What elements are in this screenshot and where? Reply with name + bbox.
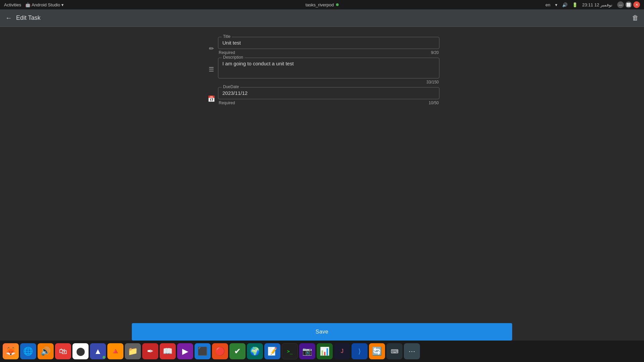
save-button[interactable]: Save: [132, 323, 512, 341]
android-studio-label[interactable]: 🤖 Android Studio ▾: [25, 2, 64, 7]
due-date-icon: 📅: [205, 87, 218, 103]
back-icon: ←: [5, 14, 12, 22]
description-label: Description: [222, 55, 245, 60]
docs-icon[interactable]: 📝: [264, 343, 280, 359]
taskbar-firefox[interactable]: 🦊: [3, 343, 19, 359]
taskbar-jetbrains[interactable]: J: [334, 343, 350, 359]
form-container: ✏ Title Required 9/20 ☰ Description: [205, 37, 439, 108]
wifi-icon: ▾: [555, 2, 557, 7]
taskbar-browser2[interactable]: 🌐: [20, 343, 36, 359]
sheets-icon[interactable]: 📊: [317, 343, 333, 359]
due-date-input[interactable]: [222, 90, 435, 96]
taskbar-audio[interactable]: 🔊: [38, 343, 54, 359]
maximize-button[interactable]: ⬜: [625, 1, 632, 8]
due-date-hint: Required 10/50: [218, 101, 439, 105]
taskbar-files[interactable]: 📁: [125, 343, 141, 359]
browser-icon[interactable]: 🌐: [20, 343, 36, 359]
taskbar-vscode[interactable]: ⟩: [352, 343, 368, 359]
page-title: Edit Task: [16, 14, 41, 21]
pencil-icon: ✏: [209, 45, 214, 52]
vlc-icon[interactable]: 🔺: [107, 343, 123, 359]
description-input[interactable]: I am going to conduct a unit test: [222, 61, 435, 74]
taskbar-web[interactable]: 🌍: [247, 343, 263, 359]
title-input[interactable]: [222, 40, 435, 46]
window-title: tasks_riverpod: [306, 2, 334, 7]
media-icon[interactable]: ▶: [177, 343, 193, 359]
active-indicator: [336, 3, 338, 6]
taskbar-sheets[interactable]: 📊: [317, 343, 333, 359]
apps-icon[interactable]: ⋯: [404, 343, 420, 359]
due-date-field-row: 📅 DueDate Required 10/50: [205, 87, 439, 105]
description-field-content: Description I am going to conduct a unit…: [218, 58, 439, 84]
chrome-icon[interactable]: ⬤: [72, 343, 89, 359]
taskbar-system[interactable]: ⌨: [386, 343, 402, 359]
system-bar: Activities 🤖 Android Studio ▾ tasks_rive…: [0, 0, 644, 9]
description-icon: ☰: [205, 58, 218, 73]
title-required: Required: [219, 50, 235, 55]
update-icon[interactable]: 🔄: [369, 343, 385, 359]
taskbar-tasks[interactable]: ✔: [229, 343, 246, 359]
taskbar-chrome[interactable]: ⬤: [72, 343, 89, 359]
taskbar-media[interactable]: ▶: [177, 343, 193, 359]
taskbar-vlc[interactable]: 🔺: [107, 343, 123, 359]
due-date-char-count: 10/50: [429, 101, 439, 105]
taskbar-update[interactable]: 🔄: [369, 343, 385, 359]
back-button[interactable]: ←: [5, 14, 12, 22]
taskbar-draw[interactable]: ✒: [142, 343, 158, 359]
taskbar: 🦊 🌐 🔊 🛍 ⬤ ▲ 🔺 📁 ✒ 📖 ▶ ⬛ 🔴 ✔ 🌍 📝: [0, 341, 644, 362]
title-icon: ✏: [205, 37, 218, 52]
draw-icon[interactable]: ✒: [142, 343, 158, 359]
time-display: 23:11 نوفمبر 12: [582, 2, 612, 7]
screen-icon[interactable]: ⬛: [195, 343, 211, 359]
description-hint: 33/150: [218, 80, 439, 84]
taskbar-screen[interactable]: ⬛: [195, 343, 211, 359]
taskbar-apps[interactable]: ⋯: [404, 343, 420, 359]
taskbar-capture[interactable]: 📷: [299, 343, 315, 359]
vscode-icon[interactable]: ⟩: [352, 343, 368, 359]
description-field-row: ☰ Description I am going to conduct a un…: [205, 58, 439, 84]
due-date-outlined-field: DueDate: [218, 87, 439, 99]
store-icon[interactable]: 🛍: [55, 343, 71, 359]
capture-icon[interactable]: 📷: [299, 343, 315, 359]
web-icon[interactable]: 🌍: [247, 343, 263, 359]
taskbar-docs[interactable]: 📝: [264, 343, 280, 359]
title-outlined-field: Title: [218, 37, 439, 49]
title-field-content: Title Required 9/20: [218, 37, 439, 55]
save-bar: Save: [132, 323, 512, 341]
title-field-row: ✏ Title Required 9/20: [205, 37, 439, 55]
taskbar-ubuntu[interactable]: 🔴: [212, 343, 228, 359]
description-outlined-field: Description I am going to conduct a unit…: [218, 58, 439, 78]
close-button[interactable]: ✕: [633, 1, 640, 8]
due-date-field-content: DueDate Required 10/50: [218, 87, 439, 105]
due-date-label: DueDate: [222, 84, 240, 89]
battery-icon: 🔋: [572, 2, 578, 7]
delete-button[interactable]: 🗑: [632, 14, 639, 22]
sound-icon: 🔊: [562, 2, 568, 7]
jetbrains-icon[interactable]: J: [334, 343, 350, 359]
menu-icon: ☰: [209, 66, 214, 73]
description-char-count: 33/150: [426, 80, 439, 84]
calendar-icon: 📅: [208, 95, 215, 103]
taskbar-android-studio[interactable]: ▲: [90, 343, 106, 359]
audio-icon[interactable]: 🔊: [38, 343, 54, 359]
tasks-icon[interactable]: ✔: [229, 343, 246, 359]
system-icon[interactable]: ⌨: [386, 343, 402, 359]
activities-label[interactable]: Activities: [4, 2, 21, 7]
due-date-required: Required: [219, 101, 235, 105]
taskbar-reader[interactable]: 📖: [160, 343, 176, 359]
delete-icon: 🗑: [632, 14, 639, 21]
title-label: Title: [222, 34, 232, 39]
taskbar-terminal[interactable]: >_: [282, 343, 298, 359]
reader-icon[interactable]: 📖: [160, 343, 176, 359]
files-icon[interactable]: 📁: [125, 343, 141, 359]
minimize-button[interactable]: —: [617, 1, 624, 8]
taskbar-store[interactable]: 🛍: [55, 343, 71, 359]
firefox-icon[interactable]: 🦊: [3, 343, 19, 359]
title-hint: Required 9/20: [218, 50, 439, 55]
ubuntu-icon[interactable]: 🔴: [212, 343, 228, 359]
title-char-count: 9/20: [431, 50, 439, 55]
main-content: ✏ Title Required 9/20 ☰ Description: [0, 27, 644, 341]
language-indicator[interactable]: en: [545, 2, 550, 7]
android-studio-active-badge: [103, 356, 105, 359]
terminal-icon[interactable]: >_: [282, 343, 298, 359]
